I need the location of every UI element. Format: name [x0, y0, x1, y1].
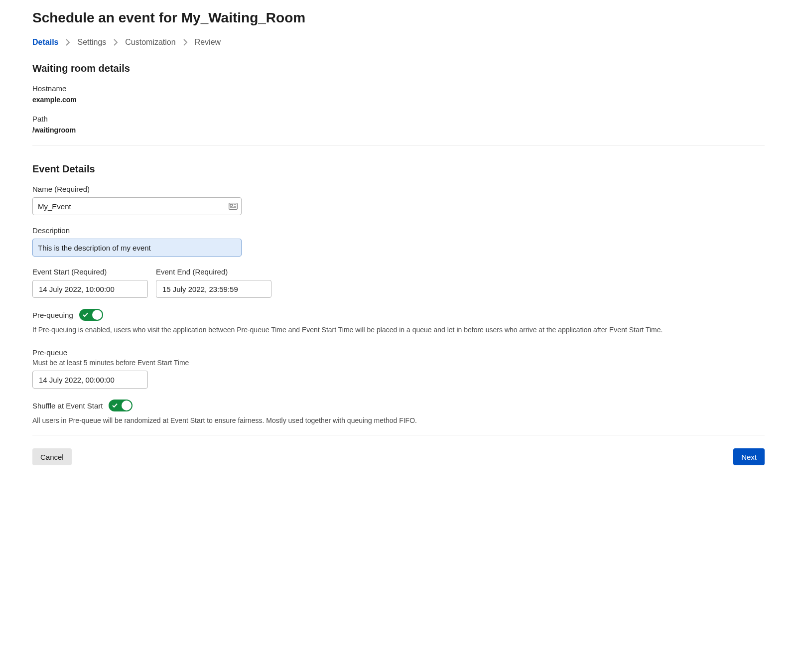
divider — [32, 435, 765, 435]
waiting-room-section-title: Waiting room details — [32, 63, 765, 74]
event-end-label: Event End (Required) — [156, 268, 271, 276]
prequeue-label: Pre-queue — [32, 348, 765, 357]
hostname-label: Hostname — [32, 84, 765, 93]
cancel-button[interactable]: Cancel — [32, 448, 72, 465]
chevron-right-icon — [65, 39, 70, 46]
chevron-right-icon — [183, 39, 188, 46]
name-input[interactable] — [32, 197, 242, 215]
name-label: Name (Required) — [32, 185, 765, 193]
description-label: Description — [32, 226, 765, 235]
hostname-value: example.com — [32, 96, 765, 104]
footer-buttons: Cancel Next — [32, 448, 765, 465]
prequeue-hint: Must be at least 5 minutes before Event … — [32, 359, 765, 367]
event-details-section-title: Event Details — [32, 163, 765, 175]
breadcrumb-step-review[interactable]: Review — [195, 38, 221, 47]
prequeuing-toggle[interactable] — [79, 309, 103, 321]
check-icon — [112, 403, 118, 408]
chevron-right-icon — [113, 39, 118, 46]
divider — [32, 145, 765, 145]
event-start-label: Event Start (Required) — [32, 268, 148, 276]
prequeue-input[interactable] — [32, 371, 148, 389]
shuffle-label: Shuffle at Event Start — [32, 402, 103, 410]
description-input[interactable] — [32, 239, 242, 257]
event-end-input[interactable] — [156, 280, 271, 298]
breadcrumb-step-customization[interactable]: Customization — [125, 38, 175, 47]
check-icon — [83, 313, 88, 317]
breadcrumb-step-details[interactable]: Details — [32, 38, 58, 47]
event-start-input[interactable] — [32, 280, 148, 298]
path-label: Path — [32, 115, 765, 123]
prequeuing-description: If Pre-queuing is enabled, users who vis… — [32, 325, 765, 335]
shuffle-toggle[interactable] — [109, 400, 133, 411]
next-button[interactable]: Next — [733, 448, 765, 465]
page-title: Schedule an event for My_Waiting_Room — [32, 10, 765, 26]
breadcrumb: Details Settings Customization Review — [32, 38, 765, 47]
prequeuing-label: Pre-queuing — [32, 311, 73, 319]
svg-rect-1 — [230, 204, 233, 206]
contact-card-icon — [229, 203, 238, 210]
breadcrumb-step-settings[interactable]: Settings — [77, 38, 106, 47]
path-value: /waitingroom — [32, 126, 765, 134]
shuffle-description: All users in Pre-queue will be randomize… — [32, 415, 765, 426]
